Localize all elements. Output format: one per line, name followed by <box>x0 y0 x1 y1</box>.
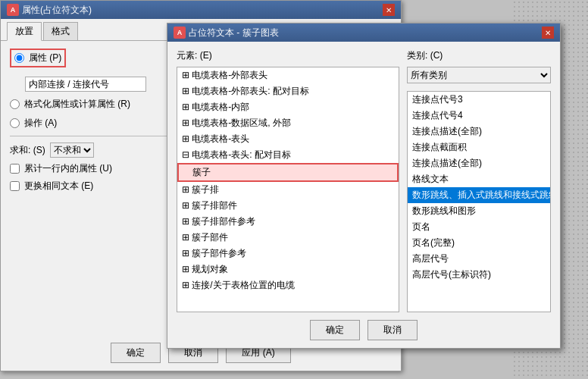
category-item[interactable]: 连接点代号4 <box>408 108 550 124</box>
category-panel: 所有类别 连接点代号3 连接点代号4 连接点描述(全部) 连接点截面积 连接点描… <box>407 67 551 312</box>
list-item[interactable]: ⊞ 簇子排 <box>177 182 399 198</box>
sub-dialog-titlebar: A 占位符文本 - 簇子图表 ✕ <box>167 23 560 42</box>
category-item[interactable]: 连接点代号3 <box>408 92 550 108</box>
category-item[interactable]: 高层代号(主标识符) <box>408 267 550 283</box>
category-label: 类别: (C) <box>407 50 443 61</box>
radio-properties-label: 属性 (P) <box>29 52 61 64</box>
checkbox-accumulate-label: 累计一行内的属性 (U) <box>24 162 112 175</box>
category-item[interactable]: 页名(完整) <box>408 235 550 251</box>
sub-dialog-title: 占位符文本 - 簇子图表 <box>189 27 279 39</box>
category-item[interactable]: 连接点描述(全部) <box>408 124 550 139</box>
sub-dialog-close-button[interactable]: ✕ <box>542 27 554 39</box>
list-item[interactable]: ⊞ 连接/关于表格位置的电缆 <box>177 277 399 293</box>
category-list[interactable]: 连接点代号3 连接点代号4 连接点描述(全部) 连接点截面积 连接点描述(全部)… <box>407 91 551 312</box>
tab-format[interactable]: 格式 <box>43 22 78 40</box>
list-item[interactable]: ⊞ 簇子排部件 <box>177 198 399 214</box>
list-item[interactable]: ⊞ 电缆表格-外部表头 <box>177 67 399 83</box>
category-item[interactable]: 页名 <box>408 219 550 235</box>
category-item[interactable]: 数形跳线和图形 <box>408 203 550 219</box>
list-item[interactable]: ⊞ 簇子部件参考 <box>177 246 399 262</box>
sub-ok-button[interactable]: 确定 <box>310 320 360 340</box>
category-item[interactable]: 连接点描述(全部) <box>408 155 550 171</box>
sub-dialog-labels: 元素: (E) 类别: (C) <box>177 49 551 62</box>
checkbox-replace-label: 更换相同文本 (E) <box>24 180 93 193</box>
element-label: 元素: (E) <box>177 50 212 61</box>
category-item[interactable]: 格线文本 <box>408 171 550 187</box>
main-dialog-titlebar: A 属性(占位符文本) ✕ <box>1 1 401 19</box>
list-item[interactable]: ⊞ 簇子部件 <box>177 230 399 246</box>
list-item[interactable]: ⊞ 规划对象 <box>177 262 399 277</box>
list-item[interactable]: ⊞ 簇子排部件参考 <box>177 214 399 230</box>
radio-format-props-input[interactable] <box>10 99 20 109</box>
radio-format-props-label: 格式化属性或计算属性 (R) <box>24 98 130 111</box>
category-dropdown[interactable]: 所有类别 <box>407 67 551 83</box>
radio-operation-label: 操作 (A) <box>24 117 57 130</box>
main-dialog-close-button[interactable]: ✕ <box>383 4 395 16</box>
sub-dialog-buttons: 确定 取消 <box>177 320 551 340</box>
sub-dialog-content: 元素: (E) 类别: (C) ⊞ 电缆表格-外部表头 ⊞ 电缆表格-外部表头:… <box>167 42 560 348</box>
tab-placement[interactable]: 放置 <box>7 22 42 41</box>
sum-dropdown[interactable]: 不求和 <box>50 143 94 158</box>
checkbox-accumulate-input[interactable] <box>10 164 20 174</box>
list-item[interactable]: ⊞ 电缆表格-表头 <box>177 131 399 147</box>
radio-properties[interactable]: 属性 (P) <box>10 49 66 67</box>
main-dialog-icon: A <box>7 4 19 16</box>
sub-dialog-icon: A <box>174 27 186 39</box>
list-item[interactable]: ⊞ 电缆表格-内部 <box>177 99 399 115</box>
checkbox-replace-input[interactable] <box>10 181 20 191</box>
sub-dialog-main: ⊞ 电缆表格-外部表头 ⊞ 电缆表格-外部表头: 配对目标 ⊞ 电缆表格-内部 … <box>177 67 551 312</box>
sum-label: 求和: (S) <box>10 144 45 157</box>
list-item[interactable]: ⊟ 电缆表格-表头: 配对目标 <box>177 147 399 163</box>
element-list[interactable]: ⊞ 电缆表格-外部表头 ⊞ 电缆表格-外部表头: 配对目标 ⊞ 电缆表格-内部 … <box>177 67 399 312</box>
category-item[interactable]: 高层代号 <box>408 251 550 267</box>
radio-operation-input[interactable] <box>10 118 20 128</box>
inner-connection-input[interactable] <box>25 77 146 92</box>
list-item[interactable]: ⊞ 电缆表格-外部表头: 配对目标 <box>177 83 399 99</box>
list-item[interactable]: ⊞ 电缆表格-数据区域, 外部 <box>177 115 399 131</box>
list-item-zizi[interactable]: 簇子 <box>177 163 399 182</box>
sub-dialog: A 占位符文本 - 簇子图表 ✕ 元素: (E) 类别: (C) ⊞ 电缆表格-… <box>167 23 561 349</box>
radio-properties-input[interactable] <box>14 53 24 63</box>
main-dialog-title: 属性(占位符文本) <box>22 4 92 17</box>
category-item[interactable]: 连接点截面积 <box>408 139 550 155</box>
sub-cancel-button[interactable]: 取消 <box>368 320 418 340</box>
main-ok-button[interactable]: 确定 <box>111 343 161 363</box>
category-item-highlighted[interactable]: 数形跳线、插入式跳线和接线式跳线的图形 <box>408 187 550 203</box>
